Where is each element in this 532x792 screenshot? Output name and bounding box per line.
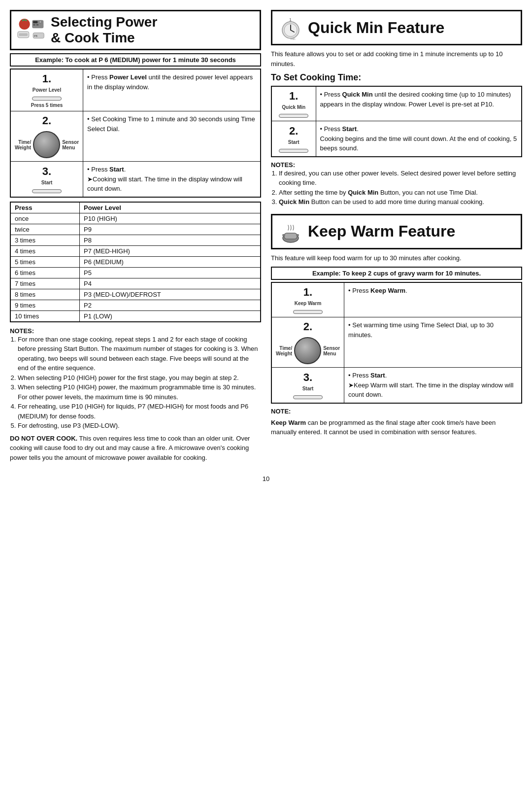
table-row: 3 timesP8 — [10, 235, 261, 245]
list-item: For reheating, use P10 (HIGH) for liquid… — [18, 402, 261, 421]
table-row: 9 timesP2 — [10, 300, 261, 310]
keep-warm-example-box: Example: To keep 2 cups of gravy warm fo… — [271, 267, 522, 280]
step-content-2: • Set Cooking Time to 1 minute and 30 se… — [83, 111, 261, 162]
kw-step-num-2: 2. Time/Weight SensorMenu — [271, 317, 344, 368]
quick-min-intro: This feature allows you to set or add co… — [271, 49, 522, 69]
kw-step-num-1: 1. Keep Warm — [271, 282, 344, 317]
keep-warm-note: NOTE: Keep Warm can be programmed as the… — [271, 408, 522, 437]
table-row: 8 timesP3 (MED-LOW)/DEFROST — [10, 289, 261, 300]
left-notes: NOTES: For more than one stage cooking, … — [10, 327, 261, 463]
microwave-icon: P8 — [16, 17, 46, 44]
list-item: Quick Min Button can be used to add more… — [279, 197, 522, 207]
dial-illus-2 — [294, 337, 321, 364]
svg-rect-18 — [282, 234, 285, 236]
table-row: onceP10 (HIGH) — [10, 213, 261, 224]
quick-min-notes-list: If desired, you can use other power leve… — [271, 169, 522, 207]
keep-warm-title: Keep Warm Feature — [308, 222, 455, 241]
right-column: 1 min Quick Min Feature This feature all… — [271, 10, 522, 467]
quick-min-header: 1 min Quick Min Feature — [271, 10, 522, 45]
col-header-press: Press — [10, 202, 80, 213]
keep-warm-button-illus — [293, 310, 323, 314]
svg-point-0 — [19, 19, 30, 30]
list-item: For defrosting, use P3 (MED-LOW). — [18, 421, 261, 431]
step-number-1: 1. Power Level Press 5 times — [10, 69, 83, 111]
svg-rect-19 — [296, 234, 299, 236]
set-cooking-time-title: To Set Cooking Time: — [271, 72, 522, 83]
left-steps-table: 1. Power Level Press 5 times • Press Pow… — [10, 69, 261, 198]
qm-step-num-2: 2. Start — [271, 121, 316, 157]
svg-rect-17 — [284, 233, 297, 239]
table-row: 1. Quick Min • Press Quick Min until the… — [271, 86, 522, 121]
step-content-1: • Press Power Level until the desired po… — [83, 69, 261, 111]
table-row: 3. Start • Press Start. ➤Keep Warm will … — [271, 368, 522, 403]
start-button-illus-2 — [279, 149, 308, 153]
list-item: For more than one stage cooking, repeat … — [18, 335, 261, 373]
table-row: 6 timesP5 — [10, 267, 261, 278]
table-row: Press Power Level — [10, 202, 261, 213]
header-icon-left: P8 — [16, 17, 46, 44]
table-row: 10 timesP1 (LOW) — [10, 310, 261, 322]
page-layout: P8 Selecting Power & Cook Time Example: … — [10, 10, 522, 467]
svg-text:1: 1 — [289, 17, 292, 22]
table-row: 5 timesP6 (MEDIUM) — [10, 256, 261, 267]
keep-warm-steps-table: 1. Keep Warm • Press Keep Warm. 2. — [271, 282, 522, 404]
step-number-3: 3. Start — [10, 162, 83, 197]
kw-step-num-3: 3. Start — [271, 368, 344, 403]
left-example-box: Example: To cook at P 6 (MEDIUM) power f… — [10, 53, 261, 67]
left-notes-list: For more than one stage cooking, repeat … — [10, 335, 261, 431]
power-level-table: Press Power Level onceP10 (HIGH) twiceP9… — [10, 202, 261, 322]
table-row: 1. Keep Warm • Press Keep Warm. — [271, 282, 522, 317]
start-button-illus-1 — [32, 189, 62, 193]
power-level-button-illus — [32, 97, 62, 101]
list-item: After setting the time by Quick Min Butt… — [279, 188, 522, 198]
quick-min-button-illus — [279, 114, 308, 118]
keep-warm-header: Keep Warm Feature — [271, 214, 522, 249]
kw-step-content-2: • Set warming time using Time Select Dia… — [344, 317, 522, 368]
step-content-3: • Press Start. ➤Cooking will start. The … — [83, 162, 261, 197]
left-warning: DO NOT OVER COOK. This oven requires les… — [10, 434, 261, 463]
dial-illus-1 — [33, 131, 60, 158]
step-number-2: 2. Time/Weight SensorMenu — [10, 111, 83, 162]
table-row: 1. Power Level Press 5 times • Press Pow… — [10, 69, 261, 111]
svg-rect-6 — [33, 24, 35, 26]
list-item: When selecting P10 (HIGH) power for the … — [18, 373, 261, 383]
table-row: 2. Time/Weight SensorMenu • Set Cooking … — [10, 111, 261, 162]
qm-step-num-1: 1. Quick Min — [271, 86, 316, 121]
keep-warm-icon — [278, 219, 303, 244]
svg-point-5 — [39, 20, 42, 23]
svg-rect-4 — [33, 21, 37, 23]
svg-rect-7 — [36, 24, 39, 26]
keep-warm-intro: This feature will keep food warm for up … — [271, 253, 522, 263]
selecting-power-title: Selecting Power & Cook Time — [51, 14, 157, 46]
table-row: 3. Start • Press Start. ➤Cooking will st… — [10, 162, 261, 197]
quick-min-icon: 1 min — [278, 15, 303, 40]
list-item: If desired, you can use other power leve… — [279, 169, 522, 188]
qm-step-content-2: • Press Start. Cooking begins and the ti… — [316, 121, 522, 157]
quick-min-title: Quick Min Feature — [308, 19, 444, 37]
left-column: P8 Selecting Power & Cook Time Example: … — [10, 10, 261, 467]
quick-min-steps-table: 1. Quick Min • Press Quick Min until the… — [271, 86, 522, 157]
table-row: 2. Start • Press Start. Cooking begins a… — [271, 121, 522, 157]
kw-step-content-3: • Press Start. ➤Keep Warm will start. Th… — [344, 368, 522, 403]
svg-text:min: min — [291, 37, 296, 40]
selecting-power-header: P8 Selecting Power & Cook Time — [10, 10, 261, 50]
keep-warm-note-text: Keep Warm can be programmed as the final… — [271, 418, 522, 437]
table-row: twiceP9 — [10, 224, 261, 235]
table-row: 7 timesP4 — [10, 278, 261, 289]
table-row: 2. Time/Weight SensorMenu • Set warming … — [271, 317, 522, 368]
kw-step-content-1: • Press Keep Warm. — [344, 282, 522, 317]
page-number: 10 — [10, 475, 522, 482]
qm-step-content-1: • Press Quick Min until the desired cook… — [316, 86, 522, 121]
svg-text:P8: P8 — [34, 34, 37, 37]
start-button-illus-3 — [293, 395, 323, 399]
table-row: 4 timesP7 (MED-HIGH) — [10, 245, 261, 256]
col-header-level: Power Level — [80, 202, 261, 213]
svg-rect-2 — [19, 33, 28, 36]
quick-min-notes: NOTES: If desired, you can use other pow… — [271, 161, 522, 207]
list-item: When selecting P10 (HIGH) power, the max… — [18, 382, 261, 402]
